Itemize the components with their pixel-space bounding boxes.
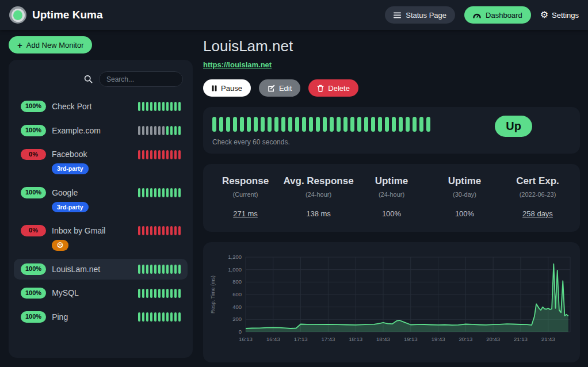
uptime-badge: 100% [21,288,46,299]
heartbeat-bar [138,125,181,135]
delete-button[interactable]: Delete [308,79,358,97]
brand[interactable]: Uptime Kuma [9,6,102,24]
add-new-monitor-button[interactable]: + Add New Monitor [9,36,92,53]
beat [138,102,140,111]
settings-button[interactable]: ⚙ Settings [540,10,579,20]
beat [166,265,169,274]
beat [158,289,161,298]
beat [178,126,181,135]
svg-text:17:43: 17:43 [321,336,335,342]
monitor-url-link[interactable]: https://louislam.net [203,60,272,69]
status-page-button[interactable]: Status Page [385,6,455,24]
content: + Add New Monitor 100%Check Port100%Exam… [0,30,588,362]
beat [154,289,156,298]
beat [323,117,327,132]
action-buttons: Pause Edit Delete [203,79,580,97]
beat [154,102,156,111]
svg-text:600: 600 [232,291,242,297]
search-input[interactable] [99,71,183,87]
beat [240,117,244,132]
beat [146,102,148,111]
svg-text:21:13: 21:13 [514,336,528,342]
edit-button[interactable]: Edit [259,79,300,97]
beat [142,126,144,135]
search-row [14,64,188,96]
stat-subtitle: (30-day) [428,191,501,198]
monitor-list-item[interactable]: 100%Check Port [14,96,188,117]
pause-button[interactable]: Pause [203,79,251,97]
stat-value: 138 ms [282,209,355,218]
svg-text:1,200: 1,200 [228,254,242,260]
uptime-badge: 100% [21,263,46,275]
beat [178,102,181,111]
beat [378,117,382,132]
monitor-info: 100%LouisLam.net [21,263,100,275]
svg-text:0: 0 [239,328,242,335]
monitor-name: Check Port [52,102,91,111]
beat [138,289,140,298]
monitor-list-item[interactable]: 100%Ping [14,307,188,327]
beat [146,188,148,197]
third-party-tag: 3rd-party [52,163,89,174]
edit-label: Edit [279,84,292,93]
pause-label: Pause [221,84,242,93]
beat [142,102,144,111]
stat-value[interactable]: 271 ms [209,209,282,218]
beat [178,226,181,235]
dashboard-button[interactable]: Dashboard [464,6,531,24]
uptime-badge: 100% [21,125,46,136]
sidebar: + Add New Monitor 100%Check Port100%Exam… [9,36,193,362]
beat [142,150,144,159]
svg-text:800: 800 [232,278,242,285]
beat [162,226,165,235]
beat [166,150,169,159]
beat [399,117,403,132]
beat [316,117,320,132]
stat-title: Response [209,175,282,187]
beat [162,126,165,135]
stat-column: Cert Exp.(2022-06-23)258 days [501,175,574,218]
heartbeat-bar [138,187,181,197]
beat [162,150,165,159]
beat [174,102,177,111]
monitor-line: 100%LouisLam.net [21,263,100,275]
beat [142,289,144,298]
beat [174,312,177,322]
monitor-list-item[interactable]: 100%Google3rd-party [14,182,188,217]
beat [142,312,144,322]
check-interval-text: Check every 60 seconds. [212,138,571,146]
beat [138,126,140,135]
monitor-info: 100%Check Port [21,101,91,112]
stat-subtitle: (24-hour) [355,191,428,198]
monitor-list-item[interactable]: 0%Inbox by Gmail☹ [14,220,188,255]
beat [146,126,148,135]
monitor-list-item[interactable]: 100%Example.com [14,120,188,141]
search-icon [84,75,93,83]
dashboard-label: Dashboard [486,11,522,20]
stat-value: 100% [428,209,501,218]
beat [170,226,173,235]
stat-value[interactable]: 258 days [501,209,574,218]
beat [337,117,341,132]
stat-column: Avg. Response(24-hour)138 ms [282,175,355,218]
heartbeat-bar [138,149,181,159]
beat [406,117,410,132]
chart-card: 02004006008001,0001,20016:1316:4317:1317… [203,242,580,362]
beat [154,312,156,322]
monitor-list-item[interactable]: 100%MySQL [14,283,188,304]
svg-text:18:13: 18:13 [349,336,362,342]
beat [178,150,181,159]
beat [178,312,181,322]
beat [166,126,169,135]
monitor-info: 0%Inbox by Gmail☹ [21,225,105,250]
monitor-list: 100%Check Port100%Example.com0%Facebook3… [14,96,188,327]
monitor-list-item[interactable]: 100%LouisLam.net [14,259,188,280]
beat [170,102,173,111]
beat [138,226,140,235]
beat [261,117,265,132]
monitor-list-item[interactable]: 0%Facebook3rd-party [14,144,188,179]
stat-title: Uptime [355,175,428,187]
status-badge: Up [495,116,532,137]
monitor-line: 0%Facebook [21,149,89,160]
beat [158,126,161,135]
